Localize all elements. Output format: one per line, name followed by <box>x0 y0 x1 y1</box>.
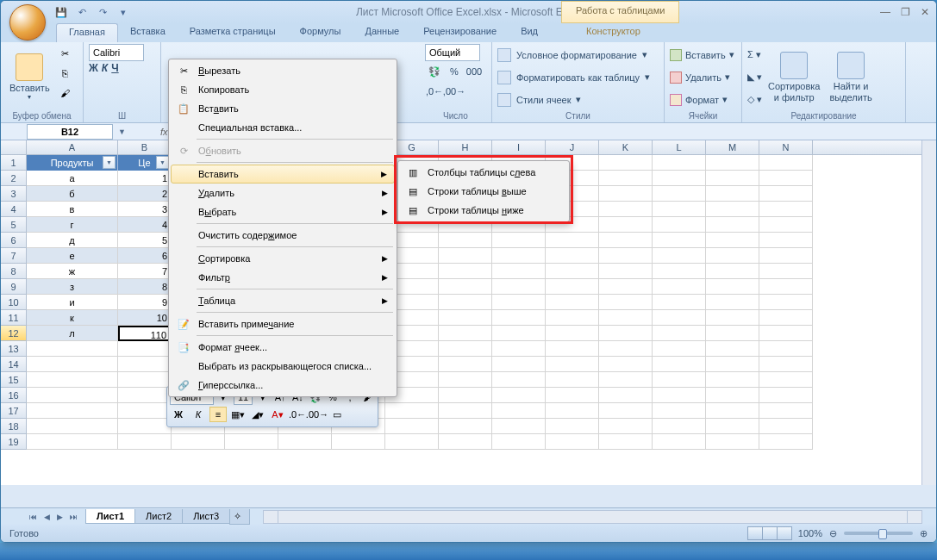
cell-B5[interactable]: 4 <box>118 217 172 233</box>
zoom-in-button[interactable]: ⊕ <box>920 528 928 539</box>
row-header-16[interactable]: 16 <box>1 388 27 403</box>
cell-A4[interactable]: в <box>27 202 118 217</box>
cell-A12[interactable]: л <box>27 326 118 341</box>
autosum-button[interactable]: Σ ▾ <box>747 49 762 60</box>
format-cell-button[interactable]: Формат ▾ <box>670 94 736 106</box>
sheet-nav-next-icon[interactable]: ▶ <box>54 513 66 521</box>
ctx-pick-from-dropdown[interactable]: Выбрать из раскрывающегося списка... <box>171 357 395 376</box>
ctx-insert-comment[interactable]: 📝Вставить примечание <box>171 314 395 333</box>
cell-B11[interactable]: 10 <box>118 310 172 326</box>
tab-data[interactable]: Данные <box>353 23 411 42</box>
ctx-cut[interactable]: ✂Вырезать <box>171 61 395 80</box>
conditional-formatting-button[interactable]: Условное форматирование ▾ <box>497 48 659 62</box>
fx-icon[interactable]: fx <box>160 127 168 137</box>
maximize-button[interactable]: ❐ <box>901 6 910 18</box>
percent-icon[interactable]: % <box>445 62 464 81</box>
row-header-15[interactable]: 15 <box>1 372 27 388</box>
table-header-products[interactable]: Продукты <box>27 155 118 171</box>
ctx-delete[interactable]: Удалить▶ <box>171 184 395 202</box>
ctx-table[interactable]: Таблица▶ <box>171 291 395 310</box>
sheet-nav-first-icon[interactable]: ⏮ <box>27 513 40 521</box>
row-header-12[interactable]: 12 <box>1 326 27 341</box>
find-select-button[interactable]: Найти и выделить <box>826 44 875 110</box>
fill-button[interactable]: ◣ ▾ <box>747 72 762 83</box>
row-header-1[interactable]: 1 <box>1 155 27 171</box>
row-header-5[interactable]: 5 <box>1 217 27 233</box>
cell-A8[interactable]: ж <box>27 264 118 279</box>
clear-button[interactable]: ◇ ▾ <box>747 94 762 105</box>
row-header-19[interactable]: 19 <box>1 434 27 450</box>
ctx-paste-special[interactable]: Специальная вставка... <box>171 118 395 137</box>
increase-decimal-icon[interactable]: ,0← <box>425 82 444 101</box>
tab-design[interactable]: Конструктор <box>574 23 653 42</box>
sheet-nav-last-icon[interactable]: ⏭ <box>67 513 80 521</box>
mini-center-button[interactable]: ≡ <box>209 407 227 422</box>
font-name-box[interactable]: Calibri <box>89 44 144 61</box>
row-header-4[interactable]: 4 <box>1 202 27 217</box>
normal-view-button[interactable] <box>747 526 763 540</box>
submenu-rows-above[interactable]: ▤Строки таблицы выше <box>400 182 567 201</box>
mini-dec-decimal-icon[interactable]: .00→ <box>309 407 326 422</box>
ctx-insert[interactable]: Вставить▶ <box>171 165 395 184</box>
qat-undo-icon[interactable]: ↶ <box>73 3 91 21</box>
bold-button[interactable]: Ж <box>89 62 98 74</box>
cell-A7[interactable]: е <box>27 248 118 264</box>
cell-B6[interactable]: 5 <box>118 233 172 248</box>
cell-A3[interactable]: б <box>27 186 118 202</box>
row-header-14[interactable]: 14 <box>1 357 27 372</box>
cell-B8[interactable]: 7 <box>118 264 172 279</box>
row-header-10[interactable]: 10 <box>1 295 27 310</box>
ctx-filter[interactable]: Фильтр▶ <box>171 268 395 287</box>
cell-A11[interactable]: к <box>27 310 118 326</box>
paste-button[interactable]: Вставить ▾ <box>6 44 53 110</box>
col-header-A[interactable]: A <box>27 140 118 154</box>
col-header-K[interactable]: K <box>599 140 653 154</box>
delete-cell-button[interactable]: Удалить ▾ <box>670 72 736 84</box>
ctx-sort[interactable]: Сортировка▶ <box>171 249 395 268</box>
cell-A6[interactable]: д <box>27 233 118 248</box>
cell-A2[interactable]: а <box>27 171 118 186</box>
mini-bold-button[interactable]: Ж <box>170 407 187 422</box>
page-layout-view-button[interactable] <box>762 526 778 540</box>
select-all-corner[interactable] <box>1 140 27 154</box>
cell-styles-button[interactable]: Стили ячеек ▾ <box>497 93 659 107</box>
format-as-table-button[interactable]: Форматировать как таблицу ▾ <box>497 71 659 84</box>
mini-merge-icon[interactable]: ▭ <box>328 407 346 422</box>
table-header-price[interactable]: Це <box>118 155 172 171</box>
row-header-8[interactable]: 8 <box>1 264 27 279</box>
cell-B4[interactable]: 3 <box>118 202 172 217</box>
mini-inc-decimal-icon[interactable]: .0← <box>289 407 306 422</box>
tab-page-layout[interactable]: Разметка страницы <box>178 23 288 42</box>
cut-icon[interactable]: ✂ <box>56 44 75 63</box>
close-button[interactable]: ✕ <box>921 6 929 18</box>
office-button[interactable] <box>9 4 46 40</box>
mini-highlight-button[interactable]: ◢▾ <box>249 407 266 422</box>
row-header-13[interactable]: 13 <box>1 341 27 357</box>
number-format-box[interactable]: Общий <box>425 44 480 61</box>
insert-cell-button[interactable]: Вставить ▾ <box>670 49 736 61</box>
vertical-scrollbar[interactable] <box>921 140 936 485</box>
qat-dropdown-icon[interactable]: ▾ <box>115 3 132 21</box>
cell-B3[interactable]: 2 <box>118 186 172 202</box>
tab-formulas[interactable]: Формулы <box>288 23 353 42</box>
qat-redo-icon[interactable]: ↷ <box>94 3 111 21</box>
col-header-B[interactable]: B <box>118 140 172 154</box>
ctx-copy[interactable]: ⎘Копировать <box>171 80 395 99</box>
row-header-7[interactable]: 7 <box>1 248 27 264</box>
cell-A10[interactable]: и <box>27 295 118 310</box>
col-header-N[interactable]: N <box>759 140 813 154</box>
ctx-hyperlink[interactable]: 🔗Гиперссылка... <box>171 376 395 395</box>
cell-B12[interactable]: 110 <box>118 326 172 341</box>
page-break-view-button[interactable] <box>777 526 792 540</box>
cell-A9[interactable]: з <box>27 279 118 295</box>
copy-icon[interactable]: ⎘ <box>56 64 75 83</box>
zoom-out-button[interactable]: ⊖ <box>829 528 837 539</box>
minimize-button[interactable]: ― <box>880 6 890 18</box>
table-tools-context-tab[interactable]: Работа с таблицами <box>561 1 679 23</box>
ctx-clear[interactable]: Очистить содержимое <box>171 226 395 245</box>
currency-icon[interactable]: 💱 <box>425 62 444 81</box>
submenu-rows-below[interactable]: ▤Строки таблицы ниже <box>400 201 567 220</box>
row-header-18[interactable]: 18 <box>1 419 27 434</box>
decrease-decimal-icon[interactable]: ,00→ <box>445 82 464 101</box>
col-header-M[interactable]: M <box>706 140 759 154</box>
